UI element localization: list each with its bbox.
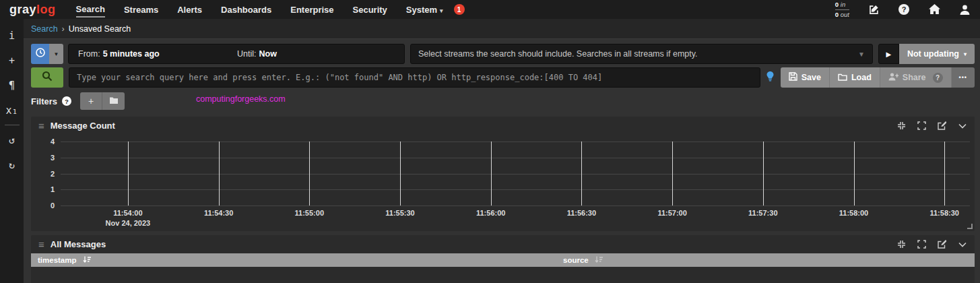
- add-widget-icon[interactable]: +: [0, 48, 24, 73]
- nav-item-security[interactable]: Security: [353, 2, 387, 17]
- chart-xtick-label: 11:54:00: [113, 209, 142, 217]
- chart-gridline-v: [854, 142, 855, 206]
- search-query-input[interactable]: [69, 67, 760, 88]
- streams-select[interactable]: Select streams the search should include…: [410, 44, 873, 64]
- main-nav: Search Streams Alerts Dashboards Enterpr…: [76, 1, 443, 18]
- timerange-until: Until:Now: [237, 49, 277, 59]
- nav-item-streams[interactable]: Streams: [124, 2, 158, 17]
- top-navbar: graylog Search Streams Alerts Dashboards…: [0, 0, 980, 19]
- add-filter-button[interactable]: +: [80, 92, 102, 110]
- timerange-caret-button[interactable]: ▼: [49, 44, 63, 64]
- folder-icon: [109, 96, 119, 106]
- share-user-plus-icon: [888, 73, 899, 83]
- refresh-interval-button[interactable]: Not updating ▾: [899, 44, 975, 64]
- watermark-text: computingforgeeks.com: [196, 94, 286, 104]
- chevron-down-icon: ▼: [858, 51, 865, 58]
- breadcrumb-search-link[interactable]: Search: [31, 24, 58, 34]
- chevron-down-icon: ▾: [964, 51, 967, 57]
- chart-plot: 0123411:54:00Nov 24, 202311:54:3011:55:0…: [61, 142, 970, 206]
- chevron-down-icon[interactable]: [957, 239, 967, 249]
- user-icon[interactable]: [958, 3, 971, 15]
- share-button[interactable]: Share ?: [880, 67, 952, 88]
- focus-widget-icon[interactable]: [896, 121, 907, 131]
- clock-icon: [36, 48, 45, 60]
- chart-xtick-label: 11:56:30: [567, 209, 596, 217]
- all-messages-actions: [896, 239, 967, 249]
- info-icon[interactable]: i: [0, 23, 24, 48]
- timerange-from: From:5 minutes ago: [78, 49, 160, 59]
- chart-gridline-v: [944, 142, 945, 206]
- left-sidebar: i + ¶ x₁ ↺ ↻: [0, 19, 24, 283]
- fullscreen-icon[interactable]: [917, 239, 927, 249]
- more-actions-button[interactable]: •••: [952, 67, 975, 88]
- chart-xtick-label: 11:58:00: [839, 209, 868, 217]
- graylog-logo[interactable]: graylog: [9, 3, 56, 17]
- nav-item-dashboards[interactable]: Dashboards: [221, 2, 271, 17]
- chart-xtick-label: 11:57:00: [657, 209, 686, 217]
- column-header-source[interactable]: source: [563, 255, 603, 265]
- help-icon[interactable]: ?: [898, 3, 910, 15]
- drag-handle-icon[interactable]: ≡: [38, 239, 44, 250]
- chart-ytick-label: 0: [51, 201, 55, 210]
- filters-help-icon[interactable]: ?: [62, 96, 71, 106]
- message-count-header: ≡ Message Count: [31, 117, 975, 135]
- throughput-indicator[interactable]: 0 in 0 out: [835, 1, 849, 18]
- focus-widget-icon[interactable]: [896, 239, 907, 249]
- refresh-play-button[interactable]: ▶: [878, 44, 899, 64]
- nav-item-search[interactable]: Search: [76, 1, 105, 18]
- message-count-actions: [896, 121, 967, 131]
- chart-xtick-label: 11:57:30: [748, 209, 777, 217]
- filter-buttons: +: [80, 92, 125, 110]
- column-header-timestamp[interactable]: timestamp: [31, 255, 563, 265]
- chart-xtick-label: 11:56:00: [476, 209, 505, 217]
- edit-widget-icon[interactable]: [937, 239, 947, 249]
- ellipsis-icon: •••: [959, 74, 967, 81]
- subscript-icon[interactable]: x₁: [0, 98, 24, 123]
- chart-gridline-v: [763, 142, 764, 206]
- edit-widget-icon[interactable]: [937, 121, 947, 131]
- chart-gridline-h: [61, 158, 970, 158]
- filters-row: Filters ? + computingforgeeks.com: [31, 92, 975, 110]
- saved-filters-button[interactable]: [102, 92, 125, 110]
- chart-xtick-label: 11:55:00: [295, 209, 324, 217]
- save-button[interactable]: Save: [781, 67, 830, 88]
- breadcrumb-separator: ›: [62, 24, 65, 34]
- notification-badge[interactable]: 1: [454, 4, 465, 15]
- play-icon: ▶: [886, 51, 892, 58]
- save-icon: [789, 72, 797, 83]
- share-help-icon[interactable]: ?: [933, 73, 943, 83]
- chart-gridline-h: [61, 189, 970, 190]
- chevron-down-icon[interactable]: [957, 121, 967, 131]
- load-button[interactable]: Load: [830, 67, 880, 88]
- message-count-chart: 0123411:54:00Nov 24, 202311:54:3011:55:0…: [31, 136, 975, 231]
- search-submit-button[interactable]: [31, 67, 63, 88]
- message-count-panel: ≡ Message Count 0123411:54:00Nov 24, 202…: [31, 117, 975, 231]
- chevron-down-icon: ▼: [54, 51, 59, 57]
- chart-gridline-v: [400, 142, 401, 206]
- chart-ytick-label: 4: [51, 137, 55, 146]
- sort-icon: [595, 255, 603, 265]
- chart-xtick-label: 11:55:30: [385, 209, 414, 217]
- fullscreen-icon[interactable]: [917, 121, 927, 131]
- chart-gridline-h: [61, 142, 970, 142]
- timerange-display[interactable]: From:5 minutes ago Until:Now: [68, 44, 405, 64]
- redo-icon[interactable]: ↻: [0, 152, 24, 177]
- timerange-row: ▼ From:5 minutes ago Until:Now Select st…: [31, 44, 975, 64]
- nav-item-alerts[interactable]: Alerts: [177, 2, 202, 17]
- formatting-icon[interactable]: ¶: [0, 73, 24, 98]
- undo-icon[interactable]: ↺: [0, 127, 24, 152]
- refresh-controls: ▶ Not updating ▾: [878, 44, 975, 64]
- timerange-button[interactable]: [31, 44, 49, 64]
- logo-text-log: log: [36, 3, 56, 16]
- resize-handle[interactable]: [967, 224, 973, 229]
- plus-icon: +: [88, 96, 94, 106]
- nav-item-enterprise[interactable]: Enterprise: [290, 2, 333, 17]
- chart-gridline-v: [219, 142, 220, 206]
- nav-item-system[interactable]: System▾: [406, 2, 443, 17]
- search-row: Save Load Share ? •••: [31, 67, 975, 88]
- drag-handle-icon[interactable]: ≡: [38, 120, 44, 131]
- breadcrumb-current: Unsaved Search: [69, 24, 131, 34]
- query-helper-button[interactable]: [760, 67, 781, 88]
- edit-compose-icon[interactable]: [868, 3, 880, 15]
- home-icon[interactable]: [928, 3, 940, 15]
